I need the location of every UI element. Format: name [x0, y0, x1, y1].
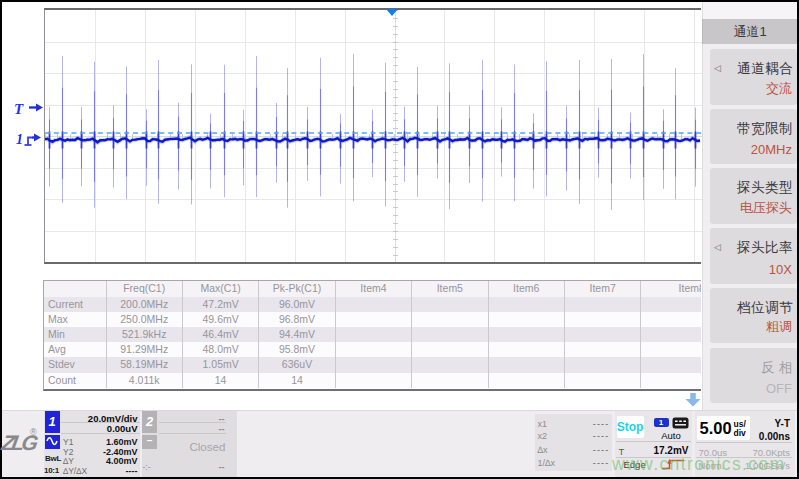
- table-row: Max250.0MHz49.6mV96.8mV: [44, 312, 701, 327]
- divider: [696, 442, 792, 443]
- timebase-status-block[interactable]: 5.00 us/ div Y-T 0.00ns 70.0us 70.0Kpts …: [695, 411, 795, 477]
- table-cell: [641, 357, 701, 372]
- divider: [61, 433, 140, 434]
- menu-item-label: 带宽限制: [737, 120, 793, 138]
- waveform-plot-area: [44, 8, 701, 264]
- table-cell: [488, 373, 564, 388]
- cursor-label: x2: [538, 431, 548, 441]
- channel2-ratio: -:-: [143, 462, 151, 472]
- divider: [696, 457, 792, 458]
- table-cell: 46.4mV: [182, 327, 258, 342]
- table-cell: [564, 327, 640, 342]
- channel1-badge: 1: [45, 411, 60, 433]
- cursor-value: ----: [593, 445, 610, 455]
- cursor-value: ----: [593, 419, 610, 429]
- measurement-table: Freq(C1)Max(C1)Pk-Pk(C1)Item4Item5Item6I…: [43, 280, 701, 391]
- registered-trademark-icon: ®: [30, 427, 37, 437]
- table-row-label: Avg: [44, 342, 106, 357]
- table-cell: [412, 297, 488, 312]
- cursor-row: x1----: [538, 419, 610, 429]
- sidebar-top-strip: [702, 2, 797, 19]
- rising-edge-icon: [661, 458, 686, 471]
- table-column-header: Item8: [641, 281, 701, 297]
- channel2-status: Closed: [190, 441, 226, 453]
- table-cell: 49.6mV: [182, 312, 258, 327]
- table-cell: [412, 327, 488, 342]
- table-cell: 47.2mV: [182, 297, 258, 312]
- menu-item-value: 10X: [769, 262, 792, 277]
- divider: [61, 422, 140, 423]
- table-cell: 58.19MHz: [106, 357, 182, 372]
- ch1-measure-label: ∆Y/∆X: [63, 467, 87, 477]
- table-column-header: [44, 281, 106, 297]
- table-cell: [641, 327, 701, 342]
- table-cell: [335, 357, 411, 372]
- measurement-table-grid: Freq(C1)Max(C1)Pk-Pk(C1)Item4Item5Item6I…: [44, 281, 701, 388]
- table-cell: 1.05mV: [182, 357, 258, 372]
- table-cell: [488, 327, 564, 342]
- channel1-probe-ratio-label: 10:1: [44, 466, 59, 475]
- menu-item-5[interactable]: 档位调节粗调: [710, 288, 797, 344]
- table-column-header: Item5: [412, 281, 488, 297]
- table-column-header: Item7: [564, 281, 640, 297]
- table-cell: [641, 342, 701, 357]
- submenu-left-arrow-icon: ◁: [714, 63, 721, 73]
- table-cell: [641, 312, 701, 327]
- divider: [159, 433, 226, 434]
- channel1-position-marker-icon[interactable]: 1: [15, 129, 43, 148]
- menu-item-value: OFF: [766, 381, 792, 396]
- cursor-label: ∆x: [538, 445, 548, 455]
- menu-item-1[interactable]: ◁通道耦合交流: [710, 49, 797, 105]
- table-cell: [335, 327, 411, 342]
- table-cell: 14: [259, 373, 335, 388]
- divider: [159, 422, 226, 423]
- table-cell: 48.0mV: [182, 342, 258, 357]
- channel1-bwl-label: BwL: [45, 454, 61, 463]
- trigger-position-marker-icon[interactable]: [386, 9, 398, 16]
- sidebar-menu-title: 通道1: [702, 19, 797, 44]
- table-cell: 636uV: [259, 357, 335, 372]
- table-cell: 95.8mV: [259, 342, 335, 357]
- table-cell: 91.29MHz: [106, 342, 182, 357]
- table-cell: [564, 312, 640, 327]
- table-cell: 200.0MHz: [106, 297, 182, 312]
- table-cell: 94.4mV: [259, 327, 335, 342]
- trigger-mode: Auto: [653, 430, 689, 441]
- table-cell: [564, 357, 640, 372]
- channel2-slope: --: [219, 462, 225, 472]
- run-state-indicator[interactable]: Stop: [617, 416, 644, 438]
- channel2-status-block[interactable]: 2 – -- -- Closed -:- --: [142, 411, 237, 477]
- cursor-value: ----: [593, 431, 610, 441]
- trigger-level-marker-icon[interactable]: T: [12, 99, 44, 118]
- table-cell: [335, 297, 411, 312]
- cursor-label: 1/∆x: [538, 458, 556, 468]
- cursor-row: ∆x----: [538, 445, 610, 455]
- trigger-coupling-icon: [672, 417, 689, 429]
- table-cell: [641, 297, 701, 312]
- ch1-measure-label: Y1: [63, 438, 73, 448]
- table-cell: 521.9kHz: [106, 327, 182, 342]
- menu-item-4[interactable]: ◁探头比率10X: [710, 228, 797, 284]
- menu-item-2[interactable]: 带宽限制20MHz: [710, 109, 797, 165]
- timebase-box[interactable]: 5.00 us/ div: [697, 416, 750, 440]
- menu-item-6[interactable]: 反 相OFF: [710, 348, 797, 404]
- scroll-down-arrow-icon[interactable]: [684, 393, 702, 407]
- table-cell: [488, 342, 564, 357]
- channel1-status-block[interactable]: 1 BwL 10:1 20.0mV/div 0.00uV Y11.60mVY2-…: [44, 411, 140, 477]
- table-row: Stdev58.19MHz1.05mV636uV: [44, 357, 701, 372]
- table-cell: 250.0MHz: [106, 312, 182, 327]
- table-cell: [335, 312, 411, 327]
- table-cell: [564, 373, 640, 388]
- table-cell: [412, 312, 488, 327]
- trigger-status-block[interactable]: Stop 1 Auto T 17.2mV Edge: [615, 411, 692, 477]
- table-cell: 4.011k: [106, 373, 182, 388]
- cursor-label: x1: [538, 419, 548, 429]
- trigger-source-badge: 1: [654, 418, 669, 428]
- table-row: Count4.011k1414: [44, 373, 701, 388]
- menu-item-label: 探头类型: [737, 179, 793, 197]
- timebase-unit-bottom: div: [734, 428, 746, 438]
- menu-item-3[interactable]: 探头类型电压探头: [710, 168, 797, 224]
- table-cell: [335, 342, 411, 357]
- table-column-header: Freq(C1): [106, 281, 182, 297]
- table-row-label: Stdev: [44, 357, 106, 372]
